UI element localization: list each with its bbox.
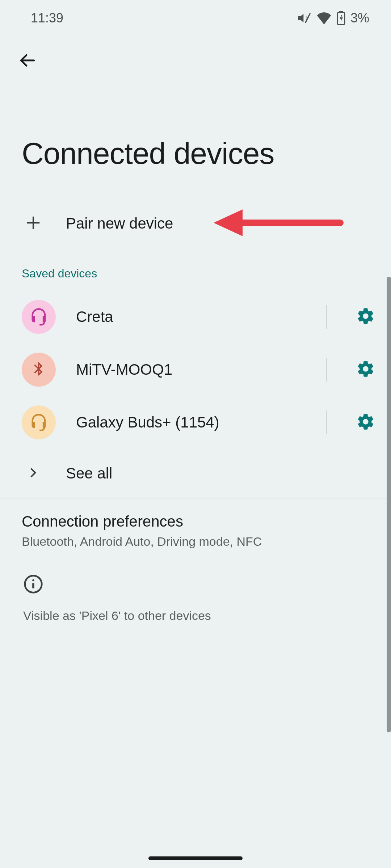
chevron-right-icon	[28, 467, 39, 480]
device-row-mitv[interactable]: MiTV-MOOQ1	[0, 343, 391, 396]
arrow-left-icon	[18, 64, 36, 71]
mute-icon	[297, 11, 311, 25]
pair-new-device-row[interactable]: Pair new device	[0, 200, 391, 247]
gear-icon	[356, 412, 375, 433]
navigation-handle[interactable]	[148, 856, 243, 860]
scroll-indicator	[387, 277, 391, 732]
visibility-text: Visible as 'Pixel 6' to other devices	[23, 609, 369, 623]
back-button[interactable]	[0, 36, 391, 78]
see-all-label: See all	[66, 465, 112, 482]
divider	[326, 305, 327, 329]
device-settings-button[interactable]	[355, 306, 377, 328]
headset-icon	[29, 412, 48, 433]
plus-icon	[25, 214, 42, 233]
wifi-icon	[316, 12, 332, 25]
svg-point-10	[32, 579, 34, 582]
connection-preferences-row[interactable]: Connection preferences Bluetooth, Androi…	[0, 498, 391, 559]
gear-icon	[356, 307, 375, 327]
device-name: Galaxy Buds+ (1154)	[76, 414, 306, 431]
pair-new-device-label: Pair new device	[66, 215, 173, 232]
connection-preferences-subtitle: Bluetooth, Android Auto, Driving mode, N…	[22, 535, 369, 549]
connection-preferences-title: Connection preferences	[22, 513, 369, 530]
device-name: Creta	[76, 308, 306, 326]
device-settings-button[interactable]	[355, 412, 377, 433]
svg-rect-2	[340, 11, 342, 12]
saved-devices-header: Saved devices	[0, 247, 391, 290]
device-name: MiTV-MOOQ1	[76, 361, 306, 378]
status-time: 11:39	[31, 10, 63, 26]
page-title: Connected devices	[0, 78, 391, 200]
status-bar: 11:39 3%	[0, 0, 391, 36]
device-row-galaxy-buds[interactable]: Galaxy Buds+ (1154)	[0, 396, 391, 449]
status-icons-group: 3%	[297, 10, 369, 26]
svg-line-0	[305, 13, 310, 23]
device-row-creta[interactable]: Creta	[0, 290, 391, 343]
divider	[326, 410, 327, 434]
gear-icon	[356, 359, 375, 380]
see-all-row[interactable]: See all	[0, 449, 391, 498]
annotation-arrow-icon	[214, 207, 344, 241]
svg-marker-7	[214, 209, 243, 236]
battery-percent: 3%	[350, 10, 369, 26]
battery-icon	[337, 11, 345, 25]
bluetooth-icon	[31, 359, 47, 380]
divider	[326, 358, 327, 382]
visibility-info: Visible as 'Pixel 6' to other devices	[0, 559, 391, 630]
headset-icon	[29, 307, 48, 327]
device-settings-button[interactable]	[355, 359, 377, 380]
info-icon	[23, 589, 43, 595]
